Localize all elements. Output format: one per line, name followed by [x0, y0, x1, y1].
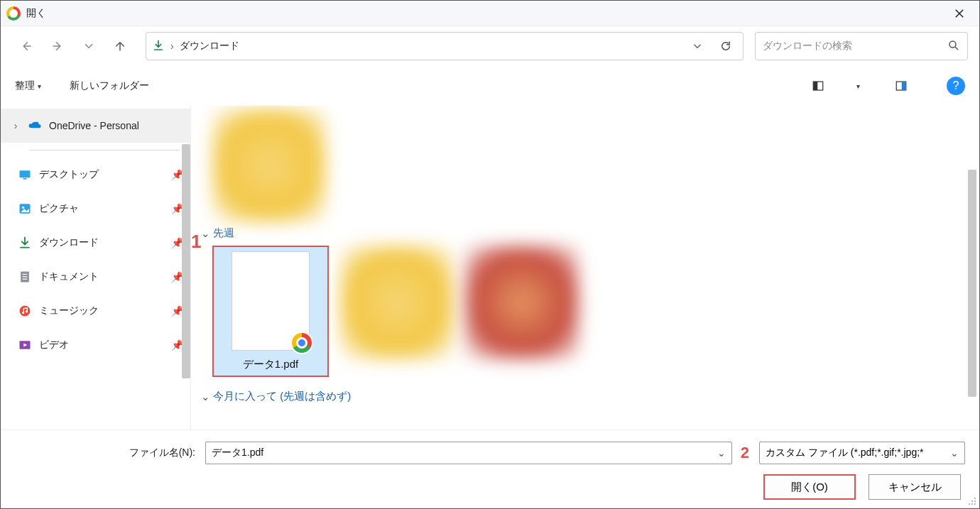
window-title: 開く: [26, 7, 46, 20]
sidebar-item-downloads[interactable]: ダウンロード 📌: [1, 226, 190, 260]
svg-rect-2: [813, 82, 817, 90]
filename-value: データ1.pdf: [212, 447, 717, 459]
sidebar-item-label: デスクトップ: [39, 168, 99, 181]
breadcrumb-location: ダウンロード: [180, 40, 680, 53]
sidebar-item-documents[interactable]: ドキュメント 📌: [1, 260, 190, 294]
close-icon: [953, 7, 966, 20]
pictures-icon: [18, 202, 32, 216]
open-button[interactable]: 開く(O): [763, 474, 856, 500]
close-button[interactable]: [945, 1, 974, 26]
file-item-selected[interactable]: データ1.pdf: [212, 246, 329, 377]
svg-point-8: [22, 207, 24, 209]
blurred-file-item[interactable]: [465, 246, 579, 359]
chevron-down-icon: [691, 40, 704, 53]
preview-pane-button[interactable]: [891, 76, 911, 96]
content-scrollbar[interactable]: [968, 170, 976, 397]
svg-rect-4: [902, 82, 906, 90]
arrow-up-icon: [114, 40, 126, 53]
svg-point-14: [22, 312, 24, 314]
arrow-right-icon: [51, 40, 64, 53]
refresh-icon: [719, 40, 732, 53]
file-list-area: 1 ⌄ 先週 データ1.pdf ⌄ 今月に入って (: [191, 106, 979, 429]
forward-button[interactable]: [43, 32, 72, 60]
sidebar-separator: [29, 150, 180, 150]
blurred-file-item[interactable]: [212, 109, 326, 222]
documents-icon: [18, 270, 32, 284]
chevron-down-icon: ▾: [38, 82, 41, 90]
group-header-this-month[interactable]: ⌄ 今月に入って (先週は含めず): [201, 390, 979, 403]
organize-menu[interactable]: 整理▾: [15, 80, 41, 92]
resize-grip[interactable]: [967, 496, 978, 507]
annotation-2: 2: [741, 444, 749, 462]
videos-icon: [18, 338, 32, 352]
downloads-icon: [18, 236, 32, 250]
svg-rect-6: [23, 178, 27, 180]
svg-rect-10: [23, 274, 28, 275]
group-header-last-week[interactable]: ⌄ 先週: [201, 226, 979, 240]
preview-pane-icon: [895, 80, 908, 92]
svg-point-13: [20, 306, 31, 317]
sidebar-item-label: ミュージック: [39, 305, 99, 317]
open-button-label: 開く(O): [791, 481, 828, 494]
new-folder-label: 新しいフォルダー: [70, 80, 149, 91]
organize-label: 整理: [15, 80, 35, 91]
sidebar-item-onedrive[interactable]: › OneDrive - Personal: [1, 109, 190, 143]
chevron-down-icon: ⌄: [201, 390, 210, 403]
sidebar-item-videos[interactable]: ビデオ 📌: [1, 328, 190, 362]
help-button[interactable]: ?: [947, 77, 965, 95]
body: › OneDrive - Personal デスクトップ 📌 ピクチャ: [1, 106, 979, 429]
filename-input[interactable]: データ1.pdf ⌄: [205, 442, 732, 464]
refresh-button[interactable]: [714, 40, 737, 53]
navbar: › ダウンロード ダウンロードの検索: [1, 26, 979, 66]
pdf-thumbnail: [232, 251, 310, 351]
chevron-down-icon: ⌄: [201, 227, 210, 240]
sidebar-scrollbar[interactable]: [182, 144, 190, 378]
sidebar-item-label: ビデオ: [39, 339, 69, 351]
sidebar-item-label: ドキュメント: [39, 270, 99, 283]
svg-point-22: [974, 503, 976, 505]
open-dialog-window: 開く › ダウンロード: [0, 0, 980, 509]
filter-text: カスタム ファイル (*.pdf;*.gif;*.jpg;*: [766, 447, 947, 459]
chevron-down-icon: ⌄: [950, 447, 959, 459]
chevron-right-icon: ›: [11, 120, 21, 131]
footer: ファイル名(N): データ1.pdf ⌄ 2 カスタム ファイル (*.pdf;…: [1, 429, 979, 508]
address-dropdown-button[interactable]: [686, 40, 709, 53]
toolbar: 整理▾ 新しいフォルダー ▾ ?: [1, 66, 979, 106]
arrow-left-icon: [20, 40, 33, 53]
group-label: 先週: [213, 226, 234, 240]
sidebar-item-desktop[interactable]: デスクトップ 📌: [1, 158, 190, 192]
annotation-1: 1: [191, 231, 201, 253]
file-type-filter[interactable]: カスタム ファイル (*.pdf;*.gif;*.jpg;* ⌄: [759, 442, 965, 464]
group-label: 今月に入って (先週は含めず): [213, 390, 351, 403]
sidebar-item-pictures[interactable]: ピクチャ 📌: [1, 192, 190, 226]
blurred-file-item[interactable]: [340, 246, 454, 359]
cancel-button[interactable]: キャンセル: [869, 474, 961, 500]
titlebar: 開く: [1, 1, 979, 26]
back-button[interactable]: [12, 32, 40, 60]
music-icon: [18, 304, 32, 318]
chrome-app-icon: [6, 6, 21, 21]
svg-rect-5: [20, 170, 31, 177]
sidebar-item-music[interactable]: ミュージック 📌: [1, 294, 190, 328]
svg-point-21: [971, 503, 973, 505]
svg-point-18: [971, 500, 973, 502]
chrome-icon: [290, 332, 313, 354]
view-mode-button[interactable]: [808, 76, 828, 96]
sidebar-item-label: ピクチャ: [39, 202, 79, 215]
address-bar[interactable]: › ダウンロード: [146, 32, 744, 60]
sidebar-item-label: OneDrive - Personal: [49, 120, 139, 131]
chevron-down-icon: ▾: [856, 82, 860, 90]
svg-point-15: [26, 310, 28, 312]
new-folder-button[interactable]: 新しいフォルダー: [70, 80, 149, 92]
sidebar: › OneDrive - Personal デスクトップ 📌 ピクチャ: [1, 106, 191, 429]
downloads-icon: [152, 39, 165, 54]
search-input[interactable]: ダウンロードの検索: [755, 32, 968, 60]
chevron-down-icon: [82, 40, 95, 53]
recent-locations-button[interactable]: [75, 32, 103, 60]
resize-grip-icon: [967, 496, 978, 507]
help-icon: ?: [953, 80, 959, 92]
up-button[interactable]: [106, 32, 134, 60]
chevron-down-icon: ⌄: [717, 447, 726, 459]
svg-point-19: [974, 500, 976, 502]
search-placeholder: ダウンロードの検索: [763, 40, 947, 53]
